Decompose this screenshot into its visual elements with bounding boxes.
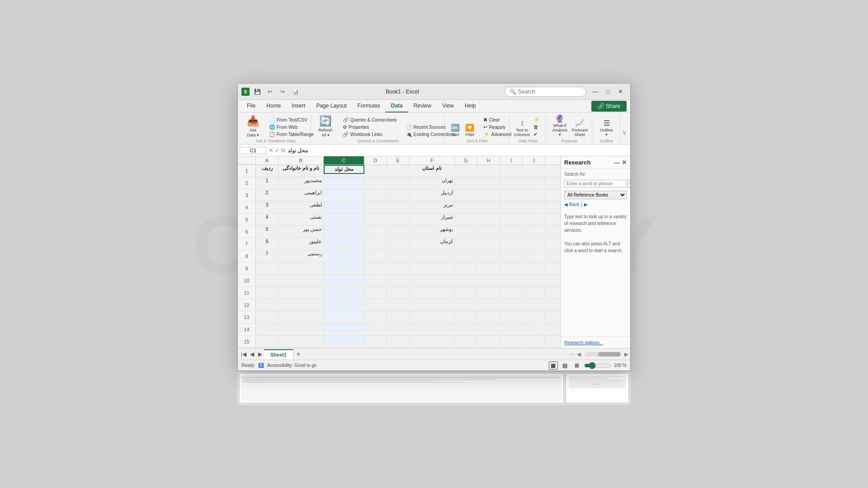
research-forward-button[interactable]: ▶ bbox=[584, 202, 588, 207]
cell-e[interactable] bbox=[387, 189, 410, 198]
cell-f[interactable] bbox=[410, 311, 455, 320]
cell-c[interactable] bbox=[324, 202, 364, 211]
save-button[interactable]: 💾 bbox=[252, 87, 262, 97]
cell-b[interactable] bbox=[278, 311, 324, 320]
cell-c[interactable] bbox=[324, 336, 364, 345]
cell-h[interactable] bbox=[477, 324, 500, 333]
name-box[interactable] bbox=[240, 147, 267, 154]
queries-connections-button[interactable]: 🔗 Queries & Connections bbox=[341, 117, 399, 123]
cell-a[interactable] bbox=[256, 324, 278, 333]
cell-e[interactable] bbox=[387, 287, 410, 296]
cell-e[interactable] bbox=[387, 299, 410, 308]
what-if-button[interactable]: 🔮 What-IfAnalysis ▾ bbox=[550, 114, 570, 138]
cell-g[interactable] bbox=[455, 336, 477, 345]
sheet-options-icon[interactable]: ⋯ bbox=[570, 351, 575, 357]
chart-button[interactable]: 📊 bbox=[290, 87, 300, 97]
cell-g[interactable] bbox=[455, 324, 477, 333]
cell-d[interactable] bbox=[364, 250, 387, 259]
advanced-button[interactable]: ⚡ Advanced bbox=[481, 131, 513, 138]
cell-j[interactable] bbox=[523, 287, 545, 296]
cell-d[interactable] bbox=[364, 202, 387, 211]
cell-c[interactable] bbox=[324, 275, 364, 284]
normal-view-button[interactable]: ▦ bbox=[549, 361, 558, 370]
cell-b[interactable]: ابراهیمی bbox=[278, 189, 324, 198]
cell-e[interactable] bbox=[387, 177, 410, 186]
cell-b[interactable]: رستمی bbox=[278, 250, 324, 259]
cell-j[interactable] bbox=[523, 238, 545, 247]
cell-g[interactable] bbox=[455, 263, 477, 272]
col-header-f[interactable]: F bbox=[410, 156, 455, 164]
cell-f[interactable] bbox=[410, 263, 455, 272]
cell-i1[interactable] bbox=[500, 165, 523, 174]
cell-i[interactable] bbox=[500, 263, 523, 272]
sheet-nav-first[interactable]: |◀ bbox=[240, 350, 248, 358]
cell-d[interactable] bbox=[364, 311, 387, 320]
cell-f1[interactable]: نام استان bbox=[410, 165, 455, 174]
cell-i[interactable] bbox=[500, 189, 523, 198]
undo-button[interactable]: ↩ bbox=[265, 87, 275, 97]
cell-d[interactable] bbox=[364, 214, 387, 223]
research-options-button[interactable]: Research options... bbox=[564, 340, 603, 345]
cell-h[interactable] bbox=[477, 177, 500, 186]
cell-i[interactable] bbox=[500, 324, 523, 333]
cell-j[interactable] bbox=[523, 250, 545, 259]
cell-a[interactable]: 6 bbox=[256, 238, 278, 247]
cell-g[interactable] bbox=[455, 238, 477, 247]
share-button[interactable]: 🔗 Share bbox=[591, 101, 627, 112]
cell-c[interactable] bbox=[324, 263, 364, 272]
cell-d[interactable] bbox=[364, 299, 387, 308]
cell-h1[interactable] bbox=[477, 165, 500, 174]
cell-h[interactable] bbox=[477, 275, 500, 284]
page-layout-view-button[interactable]: ▤ bbox=[561, 361, 570, 370]
cell-i[interactable] bbox=[500, 311, 523, 320]
cell-a[interactable]: 2 bbox=[256, 189, 278, 198]
cell-h[interactable] bbox=[477, 202, 500, 211]
cell-d[interactable] bbox=[364, 238, 387, 247]
cell-j[interactable] bbox=[523, 263, 545, 272]
close-button[interactable]: ✕ bbox=[615, 86, 627, 98]
cell-b[interactable]: نعمتی bbox=[278, 214, 324, 223]
cell-c[interactable] bbox=[324, 226, 364, 235]
cell-f[interactable]: کرمان bbox=[410, 238, 455, 247]
cell-d[interactable] bbox=[364, 324, 387, 333]
col-header-d[interactable]: D bbox=[364, 156, 387, 164]
cell-f[interactable]: بوشهر bbox=[410, 226, 455, 235]
cell-d1[interactable] bbox=[364, 165, 387, 174]
cell-f[interactable] bbox=[410, 324, 455, 333]
tab-page-layout[interactable]: Page Layout bbox=[311, 100, 352, 113]
cell-e[interactable] bbox=[387, 311, 410, 320]
cell-h[interactable] bbox=[477, 299, 500, 308]
title-search-bar[interactable]: 🔍 bbox=[505, 87, 586, 97]
flash-fill-button[interactable]: ⚡ bbox=[532, 116, 542, 123]
cell-j[interactable] bbox=[523, 214, 545, 223]
clear-button[interactable]: ✖ Clear bbox=[481, 117, 513, 123]
cell-f[interactable]: شیراز bbox=[410, 214, 455, 223]
cell-a[interactable] bbox=[256, 287, 278, 296]
zoom-slider[interactable] bbox=[584, 362, 611, 369]
cell-j[interactable] bbox=[523, 202, 545, 211]
sheet-nav-next[interactable]: ▶ bbox=[256, 350, 264, 358]
cell-a1[interactable]: ردیف bbox=[256, 165, 278, 174]
cell-g1[interactable] bbox=[455, 165, 477, 174]
properties-button[interactable]: ⚙ Properties bbox=[341, 124, 399, 131]
cell-e1[interactable] bbox=[387, 165, 410, 174]
research-minimize-icon[interactable]: — bbox=[614, 159, 620, 166]
cell-i[interactable] bbox=[500, 177, 523, 186]
tab-home[interactable]: Home bbox=[261, 100, 286, 113]
cell-h[interactable] bbox=[477, 336, 500, 345]
cell-c[interactable] bbox=[324, 177, 364, 186]
cell-b[interactable] bbox=[278, 299, 324, 308]
col-header-a[interactable]: A bbox=[256, 156, 278, 164]
cell-h[interactable] bbox=[477, 214, 500, 223]
tab-insert[interactable]: Insert bbox=[286, 100, 311, 113]
cell-a[interactable] bbox=[256, 263, 278, 272]
cell-i[interactable] bbox=[500, 226, 523, 235]
horizontal-scrollbar[interactable] bbox=[585, 352, 621, 357]
research-search-button[interactable]: 🔍 bbox=[627, 179, 630, 188]
cell-i[interactable] bbox=[500, 299, 523, 308]
forecast-sheet-button[interactable]: 📈 ForecastSheet bbox=[571, 119, 588, 138]
cell-a[interactable]: 3 bbox=[256, 202, 278, 211]
formula-cancel-icon[interactable]: ✕ bbox=[269, 147, 274, 154]
cell-h[interactable] bbox=[477, 311, 500, 320]
cell-f[interactable] bbox=[410, 336, 455, 345]
